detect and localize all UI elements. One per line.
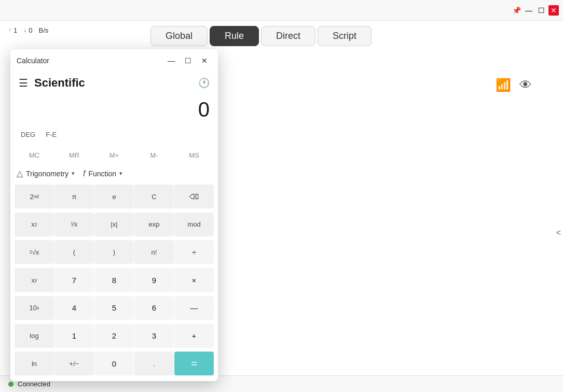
btn-backspace[interactable]: ⌫: [174, 185, 214, 208]
trig-chevron-icon: ▾: [72, 170, 75, 177]
upload-stat: ↑ 1: [8, 26, 17, 34]
btn-8[interactable]: 8: [94, 268, 134, 292]
btn-decimal[interactable]: .: [134, 352, 174, 375]
calc-app-title: Scientific: [34, 76, 85, 90]
calc-window-title: Calculator: [17, 57, 49, 65]
btn-7[interactable]: 7: [54, 268, 94, 292]
btn-abs[interactable]: |x|: [94, 213, 134, 236]
btn-add[interactable]: +: [174, 324, 214, 348]
tab-rule[interactable]: Rule: [210, 26, 259, 46]
connection-status-text: Connected: [18, 380, 50, 388]
btn-open-paren[interactable]: (: [54, 240, 94, 264]
bg-titlebar: 📌 — ☐ ✕: [0, 0, 563, 21]
tab-bar: Global Rule Direct Script: [150, 26, 372, 46]
tab-direct[interactable]: Direct: [261, 26, 315, 46]
trig-label: Trigonometry: [26, 170, 68, 178]
hamburger-menu-icon[interactable]: ☰: [19, 77, 28, 89]
bg-action-icons: 📶 👁: [496, 78, 532, 92]
memory-row: MC MR M+ M- MS: [10, 144, 218, 166]
btn-6[interactable]: 6: [134, 296, 174, 320]
btn-clear[interactable]: C: [134, 185, 174, 208]
close-bg-button[interactable]: ✕: [548, 5, 559, 16]
calc-header: ☰ Scientific 🕐: [10, 72, 218, 94]
mminus-button[interactable]: M-: [134, 146, 174, 164]
minimize-bg-button[interactable]: —: [524, 5, 534, 16]
btn-ln[interactable]: ln: [15, 352, 54, 375]
btn-9[interactable]: 9: [134, 268, 174, 292]
btn-3[interactable]: 3: [134, 324, 174, 348]
calc-maximize-button[interactable]: ☐: [181, 53, 195, 68]
mr-button[interactable]: MR: [54, 146, 94, 164]
mc-button[interactable]: MC: [15, 146, 54, 164]
mplus-button[interactable]: M+: [94, 146, 134, 164]
speed-stat: B/s: [38, 26, 48, 34]
function-icon: f: [83, 169, 85, 178]
upload-arrow-icon: ↑: [8, 26, 11, 34]
calc-title-controls: — ☐ ✕: [164, 53, 212, 68]
btn-negate[interactable]: +/−: [54, 352, 94, 375]
calc-button-grid: 2nd π e C ⌫ x2 ¹∕x |x| exp mod 2√x ( ) n…: [10, 183, 218, 381]
btn-sqrt[interactable]: 2√x: [15, 240, 54, 264]
function-row: △ Trigonometry ▾ f Function ▾: [10, 166, 218, 183]
btn-factorial[interactable]: n!: [134, 240, 174, 264]
btn-subtract[interactable]: —: [174, 296, 214, 320]
titlebar-controls: 📌 — ☐ ✕: [511, 5, 563, 16]
download-arrow-icon: ↓: [23, 26, 26, 34]
history-icon[interactable]: 🕐: [198, 77, 210, 89]
pin-icon[interactable]: 📌: [511, 5, 521, 16]
btn-close-paren[interactable]: ): [94, 240, 134, 264]
btn-10-to-x[interactable]: 10x: [15, 296, 54, 320]
btn-0[interactable]: 0: [94, 352, 134, 375]
calc-titlebar: Calculator — ☐ ✕: [10, 49, 218, 72]
btn-x-to-y[interactable]: xy: [15, 268, 54, 292]
btn-x-squared[interactable]: x2: [15, 213, 54, 236]
speed-value: B/s: [38, 26, 48, 34]
tab-global[interactable]: Global: [150, 26, 208, 46]
calculator-window: Calculator — ☐ ✕ ☰ Scientific 🕐 0 DEG F-…: [10, 49, 218, 381]
trigonometry-dropdown[interactable]: △ Trigonometry ▾: [17, 169, 75, 178]
function-chevron-icon: ▾: [119, 170, 122, 177]
fe-mode-button[interactable]: F-E: [44, 130, 59, 139]
calc-mode-row: DEG F-E: [10, 128, 218, 144]
calc-minimize-button[interactable]: —: [164, 53, 178, 68]
btn-equals[interactable]: =: [174, 352, 214, 375]
function-label: Function: [88, 170, 116, 178]
btn-2[interactable]: 2: [94, 324, 134, 348]
btn-pi[interactable]: π: [54, 185, 94, 208]
deg-mode-button[interactable]: DEG: [19, 130, 37, 139]
btn-divide[interactable]: ÷: [174, 240, 214, 264]
connection-status-dot: [8, 382, 13, 387]
calc-close-button[interactable]: ✕: [197, 53, 212, 68]
ms-button[interactable]: MS: [174, 146, 214, 164]
eye-icon[interactable]: 👁: [519, 78, 532, 92]
function-dropdown[interactable]: f Function ▾: [83, 169, 122, 178]
btn-1[interactable]: 1: [54, 324, 94, 348]
btn-e[interactable]: e: [94, 185, 134, 208]
download-stat: ↓ 0: [23, 26, 32, 34]
btn-multiply[interactable]: ×: [174, 268, 214, 292]
btn-log[interactable]: log: [15, 324, 54, 348]
btn-mod[interactable]: mod: [174, 213, 214, 236]
trig-icon: △: [17, 169, 23, 178]
btn-exp[interactable]: exp: [134, 213, 174, 236]
btn-reciprocal[interactable]: ¹∕x: [54, 213, 94, 236]
calc-display: 0: [10, 94, 218, 128]
collapse-arrow-icon[interactable]: <: [556, 228, 561, 237]
upload-value: 1: [13, 26, 17, 34]
stats-row: ↑ 1 ↓ 0 B/s: [0, 21, 48, 39]
btn-2nd[interactable]: 2nd: [15, 185, 54, 208]
download-value: 0: [29, 26, 32, 34]
wifi-icon[interactable]: 📶: [496, 78, 511, 92]
tab-script[interactable]: Script: [318, 26, 372, 46]
btn-4[interactable]: 4: [54, 296, 94, 320]
btn-5[interactable]: 5: [94, 296, 134, 320]
maximize-bg-button[interactable]: ☐: [536, 5, 546, 16]
